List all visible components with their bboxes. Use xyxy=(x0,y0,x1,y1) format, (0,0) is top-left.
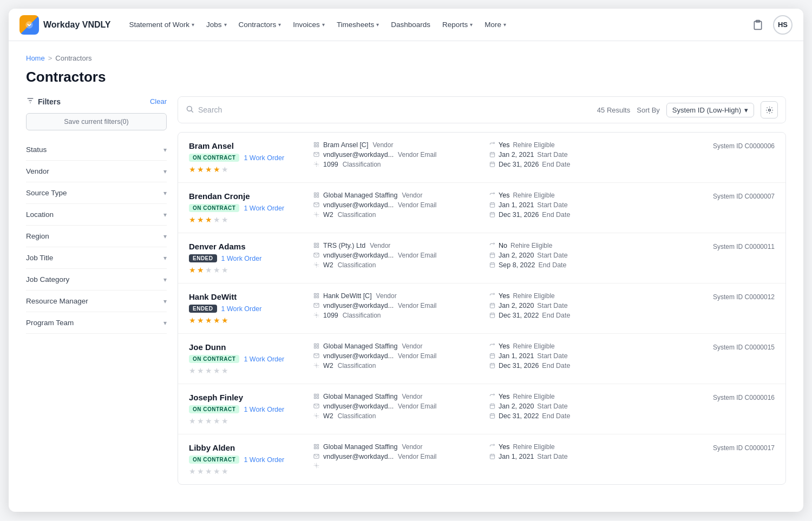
detail-text: vndlyuser@workdayd... xyxy=(323,302,394,309)
nav-item-timesheets[interactable]: Timesheets ▾ xyxy=(331,16,384,33)
filter-group-job-category: Job Category ▾ xyxy=(26,269,167,291)
filter-group-program-team-header[interactable]: Program Team ▾ xyxy=(26,312,167,333)
rehire-label: Rehire Eligible xyxy=(513,443,554,451)
filter-group-job-category-header[interactable]: Job Category ▾ xyxy=(26,269,167,290)
svg-rect-8 xyxy=(314,142,316,144)
chevron-down-icon: ▾ xyxy=(163,146,167,154)
rehire-icon xyxy=(489,242,495,249)
page-title: Contractors xyxy=(26,69,786,85)
work-order-link[interactable]: 1 Work Order xyxy=(244,456,284,464)
work-order-link[interactable]: 1 Work Order xyxy=(244,355,284,363)
filter-group-region-header[interactable]: Region ▾ xyxy=(26,226,167,247)
star-icon: ★ xyxy=(221,417,228,425)
nav-item-contractors[interactable]: Contractors ▾ xyxy=(233,16,287,33)
chevron-down-icon: ▾ xyxy=(163,298,167,305)
card-col3: Yes Rehire Eligible Jan 2, 2020 Start Da… xyxy=(489,292,598,319)
detail-icon xyxy=(312,242,320,249)
end-date-label: End Date xyxy=(542,211,570,219)
calendar-icon xyxy=(489,312,495,319)
chevron-down-icon: ▾ xyxy=(322,22,325,28)
svg-rect-46 xyxy=(490,262,494,267)
star-icon: ★ xyxy=(197,165,204,174)
work-order-link[interactable]: 1 Work Order xyxy=(244,406,284,413)
detail-icon xyxy=(312,212,320,219)
star-icon: ★ xyxy=(205,215,212,224)
avatar[interactable]: HS xyxy=(773,15,793,35)
card-col1: Libby Alden ON CONTRACT 1 Work Order ★★★… xyxy=(189,443,308,476)
svg-rect-50 xyxy=(314,293,316,295)
filter-group-job-title-header[interactable]: Job Title ▾ xyxy=(26,247,167,268)
work-order-link[interactable]: 1 Work Order xyxy=(221,255,262,262)
card-badges: ON CONTRACT 1 Work Order xyxy=(189,355,308,363)
content-area: Home > Contractors Contractors Filters xyxy=(9,41,803,498)
svg-rect-93 xyxy=(317,444,318,446)
filter-group-status-header[interactable]: Status ▾ xyxy=(26,139,167,160)
rehire-icon xyxy=(489,393,495,400)
card-detail: W2 Classification xyxy=(312,362,485,370)
card-col3: Yes Rehire Eligible Jan 1, 2021 Start Da… xyxy=(489,443,598,460)
work-order-link[interactable]: 1 Work Order xyxy=(221,305,262,313)
filter-group-resource-manager-header[interactable]: Resource Manager ▾ xyxy=(26,291,167,312)
breadcrumb-home-link[interactable]: Home xyxy=(26,54,45,62)
card-detail: Global Managed Staffing Vendor xyxy=(312,342,485,350)
start-date: Jan 1, 2021 xyxy=(499,201,534,209)
rehire-value: Yes xyxy=(499,192,509,199)
end-date-label: End Date xyxy=(538,261,566,269)
results-panel: 45 Results Sort By System ID (Low-High) … xyxy=(178,96,786,485)
card-badges: ON CONTRACT 1 Work Order xyxy=(189,405,308,413)
svg-point-83 xyxy=(316,415,317,417)
svg-rect-53 xyxy=(317,296,318,298)
work-order-link[interactable]: 1 Work Order xyxy=(244,205,284,212)
detail-label: Vendor xyxy=(370,242,390,249)
work-order-link[interactable]: 1 Work Order xyxy=(244,154,284,162)
nav-item-reports[interactable]: Reports ▾ xyxy=(437,16,478,33)
status-badge: ON CONTRACT xyxy=(189,456,239,464)
svg-rect-66 xyxy=(314,346,316,348)
end-date: Dec 31, 2022 xyxy=(499,412,539,420)
nav-item-statement-of-work[interactable]: Statement of Work ▾ xyxy=(123,16,200,33)
detail-icon xyxy=(312,262,320,269)
filter-group-source-type-header[interactable]: Source Type ▾ xyxy=(26,182,167,203)
clipboard-icon[interactable] xyxy=(749,16,767,34)
filter-group-vendor-header[interactable]: Vendor ▾ xyxy=(26,161,167,182)
detail-text: Global Managed Staffing xyxy=(323,443,397,451)
card-col2: Global Managed Staffing Vendor vndlyuser… xyxy=(312,192,485,219)
chevron-down-icon: ▾ xyxy=(192,22,194,28)
rehire-row: Yes Rehire Eligible xyxy=(489,443,598,451)
nav-item-jobs[interactable]: Jobs ▾ xyxy=(201,16,232,33)
filter-group-location-header[interactable]: Location ▾ xyxy=(26,204,167,225)
chevron-down-icon: ▾ xyxy=(224,22,227,28)
nav-right: HS xyxy=(749,15,793,35)
svg-rect-94 xyxy=(314,447,316,449)
star-icon: ★ xyxy=(205,316,212,325)
save-filters-button[interactable]: Save current filters(0) xyxy=(26,113,167,130)
star-icon: ★ xyxy=(197,215,204,224)
nav-item-more[interactable]: More ▾ xyxy=(479,16,512,33)
end-date: Dec 31, 2026 xyxy=(499,362,539,370)
rehire-row: Yes Rehire Eligible xyxy=(489,192,598,199)
nav-item-dashboards[interactable]: Dashboards xyxy=(385,16,436,33)
star-icon: ★ xyxy=(213,316,220,325)
star-rating: ★★★★★ xyxy=(189,316,308,325)
card-col3: Yes Rehire Eligible Jan 1, 2021 Start Da… xyxy=(489,192,598,219)
filter-clear-button[interactable]: Clear xyxy=(150,97,167,105)
card-detail: vndlyuser@workdayd... Vendor Email xyxy=(312,201,485,209)
svg-rect-74 xyxy=(490,363,494,367)
detail-label: Classification xyxy=(338,211,376,219)
card-col2: TRS (Pty.) Ltd Vendor vndlyuser@workdayd… xyxy=(312,242,485,269)
sort-select[interactable]: System ID (Low-High) ▾ xyxy=(666,103,754,117)
card-detail: Hank DeWitt [C] Vendor xyxy=(312,292,485,300)
star-icon: ★ xyxy=(221,316,228,325)
star-icon: ★ xyxy=(213,417,220,425)
nav-item-invoices[interactable]: Invoices ▾ xyxy=(287,16,330,33)
search-input[interactable] xyxy=(198,105,591,114)
svg-rect-10 xyxy=(314,145,316,147)
detail-icon xyxy=(312,252,320,259)
settings-button[interactable] xyxy=(761,101,778,118)
contractor-card: Denver Adams ENDED 1 Work Order ★★★★★ TR… xyxy=(178,233,785,283)
star-icon: ★ xyxy=(221,215,228,224)
svg-rect-18 xyxy=(490,162,494,166)
detail-icon xyxy=(312,151,320,159)
contractor-name: Denver Adams xyxy=(189,242,308,251)
svg-point-7 xyxy=(768,109,770,111)
